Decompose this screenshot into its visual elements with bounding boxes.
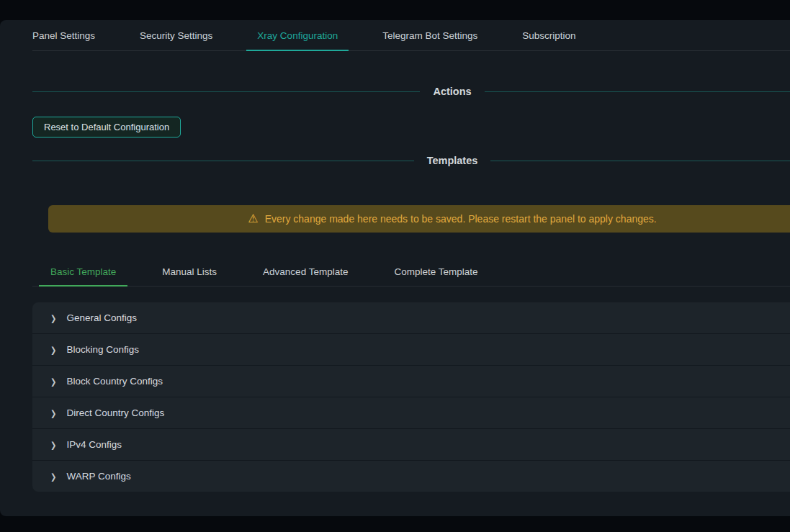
template-tab-bar: Basic Template Manual Lists Advanced Tem…: [32, 257, 790, 287]
actions-section-divider: Actions: [32, 84, 790, 99]
tab-telegram-bot-settings[interactable]: Telegram Bot Settings: [382, 30, 477, 50]
accordion-item-blocking-configs[interactable]: ❯ Blocking Configs: [32, 334, 790, 366]
reset-to-default-button[interactable]: Reset to Default Configuration: [32, 117, 181, 137]
config-accordion: ❯ General Configs ❯ Blocking Configs ❯ B…: [32, 302, 790, 492]
accordion-item-ipv4-configs[interactable]: ❯ IPv4 Configs: [32, 429, 790, 461]
accordion-item-label: Blocking Configs: [66, 344, 139, 355]
accordion-item-label: Block Country Configs: [66, 376, 163, 387]
accordion-item-label: General Configs: [66, 312, 137, 323]
accordion-item-direct-country-configs[interactable]: ❯ Direct Country Configs: [32, 397, 790, 429]
accordion-item-warp-configs[interactable]: ❯ WARP Configs: [32, 461, 790, 492]
tab-basic-template[interactable]: Basic Template: [50, 257, 116, 286]
chevron-right-icon: ❯: [50, 313, 56, 323]
chevron-right-icon: ❯: [50, 345, 56, 354]
warning-alert-text: Every change made here needs to be saved…: [265, 213, 657, 225]
settings-panel-card: Panel Settings Security Settings Xray Co…: [0, 20, 790, 516]
accordion-item-general-configs[interactable]: ❯ General Configs: [32, 302, 790, 334]
restart-warning-alert: ⚠ Every change made here needs to be sav…: [48, 205, 790, 233]
chevron-right-icon: ❯: [50, 377, 56, 386]
chevron-right-icon: ❯: [50, 408, 56, 418]
tab-advanced-template[interactable]: Advanced Template: [263, 257, 348, 286]
actions-section-title: Actions: [420, 86, 484, 97]
templates-section-title: Templates: [414, 155, 491, 166]
warning-triangle-icon: ⚠: [248, 213, 258, 225]
tab-manual-lists[interactable]: Manual Lists: [162, 257, 217, 286]
accordion-item-label: WARP Configs: [66, 471, 130, 482]
templates-section-divider: Templates: [32, 153, 790, 168]
settings-tab-bar: Panel Settings Security Settings Xray Co…: [32, 20, 790, 51]
chevron-right-icon: ❯: [50, 440, 56, 449]
page-viewport: Panel Settings Security Settings Xray Co…: [0, 0, 790, 532]
tab-security-settings[interactable]: Security Settings: [140, 30, 212, 50]
tab-xray-configuration[interactable]: Xray Configuration: [257, 30, 338, 50]
accordion-item-label: Direct Country Configs: [66, 407, 164, 418]
tab-subscription[interactable]: Subscription: [522, 30, 575, 50]
tab-complete-template[interactable]: Complete Template: [394, 257, 477, 286]
accordion-item-label: IPv4 Configs: [66, 439, 122, 450]
accordion-item-block-country-configs[interactable]: ❯ Block Country Configs: [32, 366, 790, 397]
chevron-right-icon: ❯: [50, 472, 56, 481]
tab-panel-settings[interactable]: Panel Settings: [32, 30, 95, 50]
